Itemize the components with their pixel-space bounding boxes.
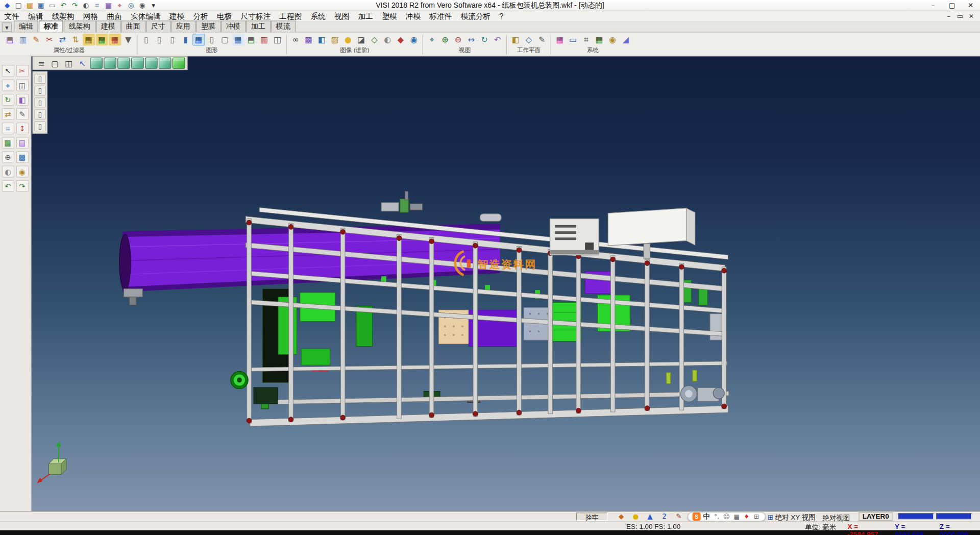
grid-settings-icon[interactable]: ⌗ <box>580 34 592 45</box>
zoom-previous-icon[interactable]: ◐ <box>81 1 91 10</box>
blue-grid-icon[interactable]: ▦ <box>232 34 244 45</box>
measure-icon[interactable]: ⌗ <box>2 123 14 134</box>
grid-icon[interactable]: ⌗ <box>92 1 103 10</box>
swap-arrows-icon[interactable]: ⇄ <box>56 34 68 45</box>
render-icon[interactable]: ▩ <box>303 34 315 45</box>
bulb-icon[interactable]: ● <box>630 512 641 521</box>
database-icon[interactable]: ▦ <box>83 34 95 45</box>
redo-icon[interactable]: ↷ <box>16 180 28 192</box>
minimize-button[interactable]: – <box>924 1 943 11</box>
print-icon[interactable]: ▭ <box>47 1 58 10</box>
tab-塑膜[interactable]: 塑膜 <box>196 20 220 32</box>
shaded-view-cube-icon[interactable] <box>173 58 185 69</box>
doc-page-icon[interactable]: ▯ <box>34 109 45 119</box>
side-view-cube-icon[interactable] <box>117 58 130 69</box>
doc-minimize-icon[interactable]: – <box>943 12 954 20</box>
menu-item-实体编辑[interactable]: 实体编辑 <box>126 11 165 21</box>
zoom-out-icon[interactable]: ⊖ <box>452 34 464 45</box>
menu-item-系统[interactable]: 系统 <box>306 11 330 21</box>
menu-item-网格[interactable]: 网格 <box>79 11 103 21</box>
new-file-icon[interactable]: ▢ <box>13 1 24 10</box>
doc-restore-icon[interactable]: ▭ <box>954 12 966 20</box>
layers-icon[interactable]: ▦ <box>2 137 14 149</box>
doc-page-icon[interactable]: ▯ <box>34 98 45 108</box>
light-icon[interactable]: ● <box>342 34 354 45</box>
maximize-button[interactable]: ▢ <box>943 1 962 11</box>
undo-icon[interactable]: ↶ <box>2 180 14 192</box>
close-button[interactable]: ✕ <box>961 1 980 11</box>
back-view-cube-icon[interactable] <box>145 58 157 69</box>
ramp-icon[interactable]: ◢ <box>619 34 631 45</box>
plane-icon[interactable]: ▲ <box>644 512 655 521</box>
properties-icon[interactable]: ▤ <box>16 137 28 149</box>
tab-建模[interactable]: 建模 <box>96 20 120 32</box>
workplane-edit-icon[interactable]: ✎ <box>535 34 548 45</box>
keyboard-icon[interactable]: ▦ <box>732 513 741 521</box>
doc-page-icon[interactable]: ▯ <box>34 121 45 132</box>
menu-item-模流分析[interactable]: 模流分析 <box>456 11 495 21</box>
green-sheet-icon[interactable]: ▤ <box>245 34 257 45</box>
zoom-in-icon[interactable]: ⊕ <box>439 34 451 45</box>
copy-icon[interactable]: ◫ <box>16 80 28 91</box>
shade-icon[interactable]: ◧ <box>315 34 328 45</box>
workplane-icon[interactable]: ◧ <box>509 34 522 45</box>
ime-toolbox-icon[interactable]: ⊞ <box>752 513 761 521</box>
tab-加工[interactable]: 加工 <box>246 20 271 32</box>
database-remove-icon[interactable]: ▦ <box>109 34 121 45</box>
menu-item-?[interactable]: ? <box>495 11 508 21</box>
select-arrow-icon[interactable]: ↖ <box>2 65 14 77</box>
zoom-fit-icon[interactable]: ⌖ <box>426 34 438 45</box>
menu-item-尺寸标注[interactable]: 尺寸标注 <box>236 11 275 21</box>
cylinder-icon[interactable]: ▯ <box>153 34 165 45</box>
lock-field[interactable]: 拴牢 <box>576 513 607 521</box>
layer-selector[interactable]: LAYER0 <box>859 512 893 521</box>
tab-overflow-dropdown[interactable]: ▼ <box>2 22 12 32</box>
menu-item-工程图[interactable]: 工程图 <box>275 11 306 21</box>
sogou-logo-icon[interactable]: S <box>693 513 701 521</box>
cylinder-icon[interactable]: ▯ <box>206 34 218 45</box>
ime-mode-indicator[interactable]: 中 <box>703 512 710 521</box>
tab-标准[interactable]: 标准 <box>39 20 63 32</box>
doc-close-icon[interactable]: ✕ <box>966 12 977 20</box>
menu-item-冲模[interactable]: 冲模 <box>401 11 425 21</box>
dimension-icon[interactable]: ↕ <box>16 123 28 134</box>
redo-icon[interactable]: ↷ <box>69 1 80 10</box>
tab-模流[interactable]: 模流 <box>271 20 296 32</box>
menu-item-加工[interactable]: 加工 <box>354 11 378 21</box>
anchor-icon[interactable]: ◆ <box>616 512 627 521</box>
filter-funnel-icon[interactable]: ▼ <box>122 34 134 45</box>
frame-icon[interactable]: ▢ <box>219 34 231 45</box>
more-dropdown-icon[interactable]: ▾ <box>148 1 159 10</box>
capture-icon[interactable]: ◉ <box>137 1 148 10</box>
emoji-icon[interactable]: ☺ <box>723 513 731 521</box>
hide-icon[interactable]: ◐ <box>2 165 14 177</box>
dynamic-view-cube-icon[interactable] <box>159 58 171 69</box>
view-list-icon[interactable]: ≡ <box>35 58 47 69</box>
snapshot-icon[interactable]: ◉ <box>606 34 619 45</box>
offset-icon[interactable]: ⇄ <box>2 108 14 120</box>
front-view-cube-icon[interactable] <box>104 58 116 69</box>
menu-item-线架构[interactable]: 线架构 <box>47 11 79 21</box>
wireframe-icon[interactable]: ◇ <box>368 34 380 45</box>
dual-window-icon[interactable]: ◫ <box>271 34 283 45</box>
highlight-grid-icon[interactable]: ▦ <box>192 34 205 45</box>
menu-item-分析[interactable]: 分析 <box>189 11 213 21</box>
snap-icon[interactable]: ⊕ <box>2 151 14 163</box>
tab-编辑[interactable]: 编辑 <box>14 20 38 32</box>
layers-icon[interactable]: ▦ <box>103 1 114 10</box>
cylinder-icon[interactable]: ▯ <box>140 34 152 45</box>
scissors-icon[interactable]: ✂ <box>16 65 28 77</box>
doc-page-icon[interactable]: ▯ <box>34 74 45 84</box>
model-canvas[interactable]: 智造资料网 <box>31 56 980 511</box>
help-2-icon[interactable]: 2 <box>659 512 670 521</box>
tab-曲面[interactable]: 曲面 <box>121 20 145 32</box>
trim-icon[interactable]: ✎ <box>16 108 28 120</box>
monitor-icon[interactable]: ▭ <box>567 34 579 45</box>
menu-item-标准件[interactable]: 标准件 <box>425 11 456 21</box>
rotate-icon[interactable]: ↻ <box>2 94 14 106</box>
menu-item-建模[interactable]: 建模 <box>165 11 189 21</box>
target-icon[interactable]: ◎ <box>126 1 136 10</box>
info-page-icon[interactable]: ▥ <box>17 34 29 45</box>
measure-icon[interactable]: ⌖ <box>114 1 125 10</box>
transparency-icon[interactable]: ◐ <box>381 34 394 45</box>
